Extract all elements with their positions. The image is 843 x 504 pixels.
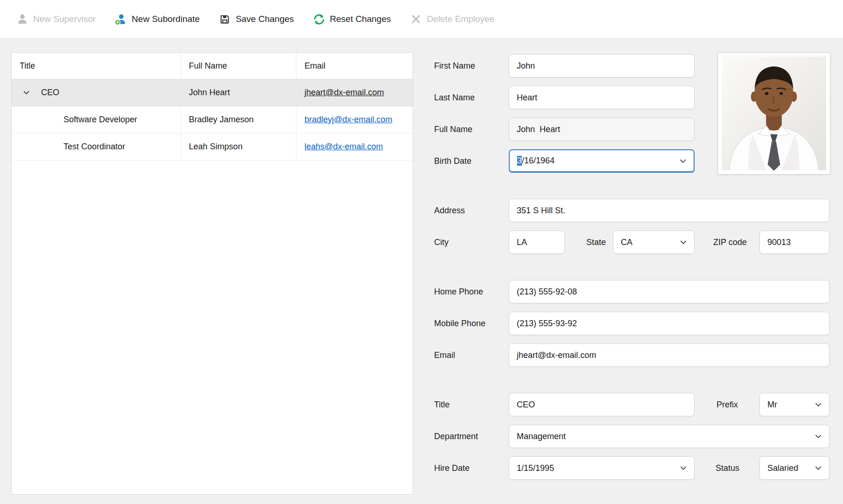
email-link[interactable]: jheart@dx-email.com	[304, 88, 384, 98]
row-title: Software Developer	[12, 115, 137, 125]
status-select[interactable]: Salaried	[759, 456, 829, 480]
title-input[interactable]: CEO	[509, 393, 695, 416]
email-label: Email	[434, 343, 455, 367]
birth-date-label: Birth Date	[434, 149, 471, 173]
employee-tree-panel: Title Full Name Email CEO John Heart jhe…	[11, 52, 413, 495]
delete-employee-button[interactable]: Delete Employee	[410, 13, 495, 26]
city-input[interactable]: LA	[509, 231, 565, 254]
last-name-input[interactable]: Heart	[509, 86, 695, 109]
row-title: CEO	[36, 88, 59, 98]
new-subordinate-label: New Subordinate	[132, 14, 200, 24]
tree-row-ceo[interactable]: CEO John Heart jheart@dx-email.com	[12, 79, 413, 106]
hire-date-select[interactable]: 1/15/1995	[509, 456, 695, 480]
chevron-down-icon[interactable]	[679, 238, 688, 246]
mobile-phone-label: Mobile Phone	[434, 312, 485, 335]
new-supervisor-label: New Supervisor	[33, 14, 96, 24]
portrait-image	[722, 56, 826, 170]
save-changes-button[interactable]: Save Changes	[218, 13, 294, 26]
save-icon	[218, 13, 231, 26]
chevron-down-icon[interactable]	[679, 464, 688, 472]
address-input[interactable]: 351 S Hill St.	[509, 199, 829, 222]
employee-photo[interactable]	[717, 52, 830, 175]
delete-employee-label: Delete Employee	[427, 14, 495, 24]
zip-code-label: ZIP code	[713, 231, 747, 254]
chevron-down-icon[interactable]	[814, 464, 822, 472]
birth-date-selected-text: 3	[517, 156, 522, 166]
row-full-name: John Heart	[181, 79, 297, 106]
birth-date-rest-text: /16/1964	[522, 156, 555, 166]
chevron-down-icon[interactable]	[16, 89, 36, 97]
first-name-label: First Name	[434, 54, 475, 77]
delete-x-icon	[410, 13, 422, 26]
person-add-icon	[114, 13, 127, 26]
state-select[interactable]: CA	[613, 231, 695, 254]
tree-header: Title Full Name Email	[12, 53, 413, 79]
row-full-name: Leah Simpson	[181, 133, 297, 161]
email-link[interactable]: leahs@dx-email.com	[304, 142, 383, 152]
chevron-down-icon[interactable]	[679, 157, 687, 165]
state-value: CA	[621, 238, 632, 247]
home-phone-label: Home Phone	[434, 280, 483, 303]
birth-date-input[interactable]: 3/16/1964	[509, 149, 695, 173]
tree-row-test-coordinator[interactable]: Test Coordinator Leah Simpson leahs@dx-e…	[12, 133, 413, 161]
department-value: Management	[517, 432, 566, 441]
state-label: State	[586, 231, 606, 254]
column-header-email[interactable]: Email	[296, 53, 413, 79]
title-label: Title	[434, 393, 450, 416]
zip-code-input[interactable]: 90013	[759, 231, 829, 254]
last-name-label: Last Name	[434, 86, 475, 109]
hire-date-value: 1/15/1995	[517, 463, 554, 473]
first-name-input[interactable]: John	[509, 54, 695, 77]
city-label: City	[434, 231, 449, 254]
email-link[interactable]: bradleyj@dx-email.com	[304, 115, 392, 125]
status-value: Salaried	[767, 463, 798, 473]
row-full-name: Bradley Jameson	[181, 106, 297, 133]
column-header-title[interactable]: Title	[12, 53, 181, 79]
full-name-input[interactable]: John Heart	[509, 118, 695, 141]
toolbar: New Supervisor New Subordinate Save Chan…	[0, 0, 843, 39]
chevron-down-icon[interactable]	[814, 432, 822, 441]
hire-date-label: Hire Date	[434, 456, 470, 480]
department-label: Department	[434, 425, 478, 448]
email-input[interactable]: jheart@dx-email.com	[509, 343, 829, 367]
status-label: Status	[716, 456, 739, 480]
address-label: Address	[434, 199, 465, 222]
tree-row-software-developer[interactable]: Software Developer Bradley Jameson bradl…	[12, 106, 413, 133]
new-supervisor-button[interactable]: New Supervisor	[16, 13, 96, 26]
chevron-down-icon[interactable]	[814, 400, 822, 409]
reset-changes-label: Reset Changes	[330, 14, 391, 24]
row-title: Test Coordinator	[12, 142, 125, 152]
employee-manager-window: New Supervisor New Subordinate Save Chan…	[0, 0, 843, 504]
prefix-select[interactable]: Mr	[759, 393, 829, 416]
full-name-label: Full Name	[434, 118, 472, 141]
person-icon	[16, 13, 28, 26]
new-subordinate-button[interactable]: New Subordinate	[114, 13, 200, 26]
home-phone-input[interactable]: (213) 555-92-08	[509, 280, 829, 303]
prefix-value: Mr	[767, 400, 777, 410]
refresh-icon	[313, 13, 325, 26]
save-changes-label: Save Changes	[236, 14, 294, 24]
column-header-full-name[interactable]: Full Name	[181, 53, 297, 79]
prefix-label: Prefix	[717, 393, 738, 416]
department-select[interactable]: Management	[509, 425, 829, 448]
reset-changes-button[interactable]: Reset Changes	[313, 13, 391, 26]
mobile-phone-input[interactable]: (213) 555-93-92	[509, 312, 829, 335]
